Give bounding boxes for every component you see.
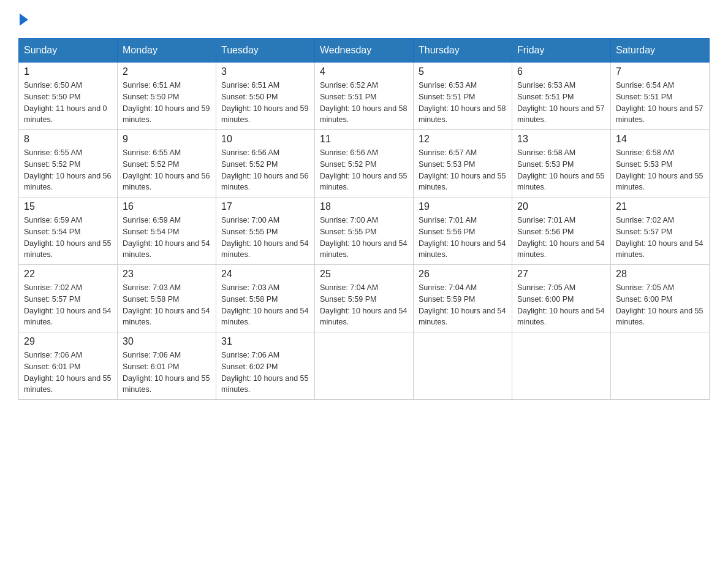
calendar-header-tuesday: Tuesday: [216, 39, 315, 63]
calendar-cell: [512, 332, 611, 400]
day-number: 1: [24, 66, 112, 77]
day-info: Sunrise: 6:50 AMSunset: 5:50 PMDaylight:…: [24, 80, 112, 126]
day-number: 10: [221, 134, 309, 145]
logo-arrow-icon: [20, 13, 28, 26]
calendar-cell: 3 Sunrise: 6:51 AMSunset: 5:50 PMDayligh…: [216, 63, 315, 130]
calendar-week-row: 29 Sunrise: 7:06 AMSunset: 6:01 PMDaylig…: [19, 332, 710, 400]
calendar-cell: 21 Sunrise: 7:02 AMSunset: 5:57 PMDaylig…: [611, 197, 710, 265]
day-info: Sunrise: 6:55 AMSunset: 5:52 PMDaylight:…: [24, 147, 112, 193]
day-number: 7: [616, 66, 704, 77]
calendar-header-friday: Friday: [512, 39, 611, 63]
calendar-cell: 29 Sunrise: 7:06 AMSunset: 6:01 PMDaylig…: [19, 332, 118, 400]
day-number: 30: [123, 336, 211, 347]
day-info: Sunrise: 6:58 AMSunset: 5:53 PMDaylight:…: [616, 147, 704, 193]
day-number: 4: [320, 66, 408, 77]
day-number: 18: [320, 201, 408, 212]
day-number: 28: [616, 269, 704, 280]
day-info: Sunrise: 7:06 AMSunset: 6:01 PMDaylight:…: [123, 350, 211, 396]
calendar-week-row: 8 Sunrise: 6:55 AMSunset: 5:52 PMDayligh…: [19, 130, 710, 197]
calendar-cell: 2 Sunrise: 6:51 AMSunset: 5:50 PMDayligh…: [118, 63, 216, 130]
day-number: 31: [221, 336, 309, 347]
calendar-cell: 22 Sunrise: 7:02 AMSunset: 5:57 PMDaylig…: [19, 265, 118, 332]
day-info: Sunrise: 7:06 AMSunset: 6:01 PMDaylight:…: [24, 350, 112, 396]
calendar-cell: 5 Sunrise: 6:53 AMSunset: 5:51 PMDayligh…: [414, 63, 512, 130]
calendar-cell: 10 Sunrise: 6:56 AMSunset: 5:52 PMDaylig…: [216, 130, 315, 197]
calendar-cell: 8 Sunrise: 6:55 AMSunset: 5:52 PMDayligh…: [19, 130, 118, 197]
day-info: Sunrise: 7:03 AMSunset: 5:58 PMDaylight:…: [123, 282, 211, 328]
day-info: Sunrise: 6:54 AMSunset: 5:51 PMDaylight:…: [616, 80, 704, 126]
calendar-cell: [414, 332, 512, 400]
day-number: 29: [24, 336, 112, 347]
day-info: Sunrise: 6:56 AMSunset: 5:52 PMDaylight:…: [320, 147, 408, 193]
day-info: Sunrise: 6:51 AMSunset: 5:50 PMDaylight:…: [221, 80, 309, 126]
calendar-cell: 24 Sunrise: 7:03 AMSunset: 5:58 PMDaylig…: [216, 265, 315, 332]
calendar-cell: 6 Sunrise: 6:53 AMSunset: 5:51 PMDayligh…: [512, 63, 611, 130]
day-number: 19: [419, 201, 507, 212]
day-info: Sunrise: 6:59 AMSunset: 5:54 PMDaylight:…: [123, 215, 211, 261]
day-number: 6: [517, 66, 605, 77]
day-number: 20: [517, 201, 605, 212]
day-number: 24: [221, 269, 309, 280]
day-number: 8: [24, 134, 112, 145]
calendar-cell: 18 Sunrise: 7:00 AMSunset: 5:55 PMDaylig…: [315, 197, 414, 265]
day-info: Sunrise: 7:05 AMSunset: 6:00 PMDaylight:…: [517, 282, 605, 328]
day-info: Sunrise: 7:01 AMSunset: 5:56 PMDaylight:…: [419, 215, 507, 261]
day-number: 14: [616, 134, 704, 145]
day-info: Sunrise: 7:05 AMSunset: 6:00 PMDaylight:…: [616, 282, 704, 328]
calendar-week-row: 22 Sunrise: 7:02 AMSunset: 5:57 PMDaylig…: [19, 265, 710, 332]
calendar-cell: 17 Sunrise: 7:00 AMSunset: 5:55 PMDaylig…: [216, 197, 315, 265]
day-info: Sunrise: 6:57 AMSunset: 5:53 PMDaylight:…: [419, 147, 507, 193]
day-info: Sunrise: 7:02 AMSunset: 5:57 PMDaylight:…: [616, 215, 704, 261]
day-info: Sunrise: 7:03 AMSunset: 5:58 PMDaylight:…: [221, 282, 309, 328]
calendar-cell: 11 Sunrise: 6:56 AMSunset: 5:52 PMDaylig…: [315, 130, 414, 197]
calendar-cell: 1 Sunrise: 6:50 AMSunset: 5:50 PMDayligh…: [19, 63, 118, 130]
calendar-cell: 30 Sunrise: 7:06 AMSunset: 6:01 PMDaylig…: [118, 332, 216, 400]
day-info: Sunrise: 7:04 AMSunset: 5:59 PMDaylight:…: [320, 282, 408, 328]
calendar-header-row: SundayMondayTuesdayWednesdayThursdayFrid…: [19, 39, 710, 63]
day-info: Sunrise: 7:04 AMSunset: 5:59 PMDaylight:…: [419, 282, 507, 328]
calendar-cell: 13 Sunrise: 6:58 AMSunset: 5:53 PMDaylig…: [512, 130, 611, 197]
day-number: 26: [419, 269, 507, 280]
calendar-header-saturday: Saturday: [611, 39, 710, 63]
calendar-cell: 7 Sunrise: 6:54 AMSunset: 5:51 PMDayligh…: [611, 63, 710, 130]
day-info: Sunrise: 7:00 AMSunset: 5:55 PMDaylight:…: [221, 215, 309, 261]
calendar-cell: 27 Sunrise: 7:05 AMSunset: 6:00 PMDaylig…: [512, 265, 611, 332]
day-info: Sunrise: 6:53 AMSunset: 5:51 PMDaylight:…: [517, 80, 605, 126]
day-number: 25: [320, 269, 408, 280]
day-number: 22: [24, 269, 112, 280]
calendar-cell: 12 Sunrise: 6:57 AMSunset: 5:53 PMDaylig…: [414, 130, 512, 197]
logo: [18, 12, 29, 26]
calendar-cell: 28 Sunrise: 7:05 AMSunset: 6:00 PMDaylig…: [611, 265, 710, 332]
calendar-cell: 16 Sunrise: 6:59 AMSunset: 5:54 PMDaylig…: [118, 197, 216, 265]
calendar-cell: [315, 332, 414, 400]
calendar-cell: 25 Sunrise: 7:04 AMSunset: 5:59 PMDaylig…: [315, 265, 414, 332]
day-info: Sunrise: 6:56 AMSunset: 5:52 PMDaylight:…: [221, 147, 309, 193]
day-info: Sunrise: 7:06 AMSunset: 6:02 PMDaylight:…: [221, 350, 309, 396]
calendar-week-row: 15 Sunrise: 6:59 AMSunset: 5:54 PMDaylig…: [19, 197, 710, 265]
calendar-header-sunday: Sunday: [19, 39, 118, 63]
calendar-cell: 31 Sunrise: 7:06 AMSunset: 6:02 PMDaylig…: [216, 332, 315, 400]
day-info: Sunrise: 7:01 AMSunset: 5:56 PMDaylight:…: [517, 215, 605, 261]
day-number: 2: [123, 66, 211, 77]
calendar-table: SundayMondayTuesdayWednesdayThursdayFrid…: [18, 38, 710, 400]
day-info: Sunrise: 6:59 AMSunset: 5:54 PMDaylight:…: [24, 215, 112, 261]
calendar-header-thursday: Thursday: [414, 39, 512, 63]
calendar-header-wednesday: Wednesday: [315, 39, 414, 63]
day-number: 27: [517, 269, 605, 280]
day-number: 23: [123, 269, 211, 280]
day-info: Sunrise: 6:52 AMSunset: 5:51 PMDaylight:…: [320, 80, 408, 126]
day-info: Sunrise: 6:58 AMSunset: 5:53 PMDaylight:…: [517, 147, 605, 193]
day-info: Sunrise: 7:02 AMSunset: 5:57 PMDaylight:…: [24, 282, 112, 328]
day-number: 16: [123, 201, 211, 212]
day-number: 13: [517, 134, 605, 145]
day-info: Sunrise: 7:00 AMSunset: 5:55 PMDaylight:…: [320, 215, 408, 261]
calendar-cell: 26 Sunrise: 7:04 AMSunset: 5:59 PMDaylig…: [414, 265, 512, 332]
calendar-cell: 20 Sunrise: 7:01 AMSunset: 5:56 PMDaylig…: [512, 197, 611, 265]
page-header: [18, 12, 710, 26]
calendar-header-monday: Monday: [118, 39, 216, 63]
day-info: Sunrise: 6:51 AMSunset: 5:50 PMDaylight:…: [123, 80, 211, 126]
calendar-cell: 15 Sunrise: 6:59 AMSunset: 5:54 PMDaylig…: [19, 197, 118, 265]
day-number: 15: [24, 201, 112, 212]
day-number: 5: [419, 66, 507, 77]
day-number: 12: [419, 134, 507, 145]
